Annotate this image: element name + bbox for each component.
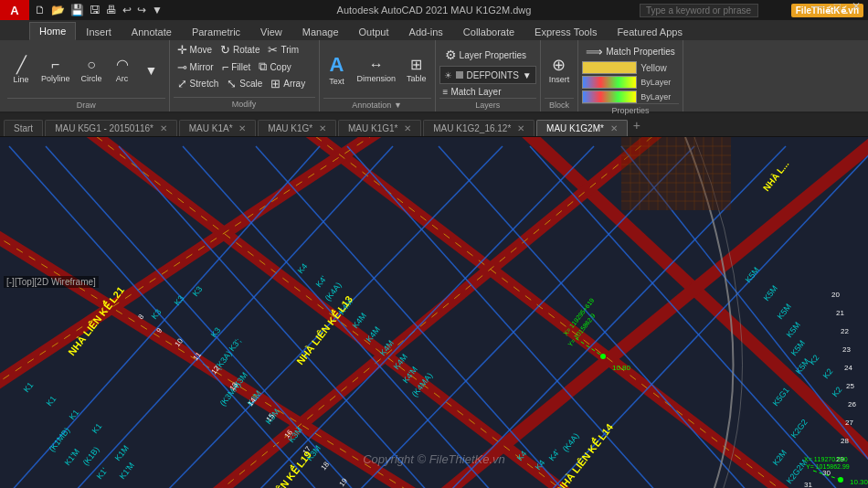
svg-text:25: 25 bbox=[846, 382, 854, 390]
close-btn[interactable]: ✕ bbox=[846, 0, 866, 13]
stretch-icon: ⤢ bbox=[177, 77, 187, 90]
tab-start[interactable]: Start bbox=[4, 120, 43, 136]
tab-mauk5g1[interactable]: MAU K5G1 - 20150116* ✕ bbox=[45, 120, 177, 136]
layer-dropdown-arrow: ▼ bbox=[523, 70, 532, 80]
insert-icon: ⊕ bbox=[552, 57, 566, 73]
search-input[interactable] bbox=[640, 4, 758, 17]
open-btn[interactable]: 📂 bbox=[49, 3, 67, 17]
tab-output[interactable]: Output bbox=[349, 23, 399, 40]
svg-text:27: 27 bbox=[845, 419, 853, 427]
new-btn[interactable]: 🗋 bbox=[33, 3, 48, 17]
layer-color-dot bbox=[456, 71, 463, 79]
tab-featuredapps[interactable]: Featured Apps bbox=[607, 23, 693, 40]
tab-annotate[interactable]: Annotate bbox=[122, 23, 182, 40]
svg-text:30: 30 bbox=[822, 469, 831, 477]
svg-text:31: 31 bbox=[804, 481, 812, 488]
ribbon-panel: ╱ Line ⌐ Polyline ○ Circle ◠ Arc ▼ Draw … bbox=[0, 40, 868, 113]
print-btn[interactable]: 🖶 bbox=[104, 3, 119, 17]
move-btn[interactable]: ✛Move bbox=[174, 42, 216, 58]
tab-addins[interactable]: Add-ins bbox=[399, 23, 453, 40]
match-layer-label: Match Layer bbox=[450, 87, 501, 97]
layer-properties-label: Layer Properties bbox=[460, 50, 526, 60]
close-tab-mauk1g2-16[interactable]: ✕ bbox=[517, 123, 524, 133]
tab-mauk1a[interactable]: MAU K1A* ✕ bbox=[179, 120, 257, 136]
arc-btn[interactable]: ◠ Arc bbox=[109, 55, 136, 86]
match-properties-btn[interactable]: ⟹ Match Properties bbox=[582, 44, 679, 59]
autocad-logo: A bbox=[0, 0, 29, 20]
layer-properties-icon: ⚙ bbox=[445, 48, 457, 62]
linetype1-label: ByLayer bbox=[640, 78, 671, 87]
close-tab-mauk1g[interactable]: ✕ bbox=[319, 123, 326, 133]
svg-text:21: 21 bbox=[836, 309, 844, 317]
saveas-btn[interactable]: 🖫 bbox=[88, 3, 102, 17]
rotate-btn[interactable]: ↻Rotate bbox=[217, 42, 263, 58]
arc-icon: ◠ bbox=[116, 58, 129, 72]
line-btn[interactable]: ╱ Line bbox=[7, 54, 35, 87]
new-tab-btn[interactable]: + bbox=[630, 118, 644, 133]
copy-icon: ⧉ bbox=[259, 59, 267, 74]
block-group: ⊕ Insert Block bbox=[541, 40, 579, 111]
layer-properties-btn[interactable]: ⚙ Layer Properties bbox=[439, 46, 532, 64]
tab-collaborate[interactable]: Collaborate bbox=[453, 23, 524, 40]
mirror-icon: ⊸ bbox=[177, 60, 187, 74]
layer-status-icon: ☀ bbox=[444, 70, 452, 80]
maximize-btn[interactable]: □ bbox=[829, 0, 846, 13]
insert-btn[interactable]: ⊕ Insert bbox=[545, 54, 575, 87]
tab-view[interactable]: View bbox=[250, 23, 292, 40]
linetype1-selector[interactable]: ByLayer bbox=[582, 76, 671, 89]
circle-label: Circle bbox=[81, 74, 102, 83]
draw-expand-btn[interactable]: ▼ bbox=[138, 61, 165, 80]
cad-drawing[interactable]: K3 K3 K3 K3 K3'; (K3A) K3M (K3MA) K3M K3… bbox=[0, 137, 868, 488]
copy-label: Copy bbox=[270, 62, 291, 72]
tab-parametric[interactable]: Parametric bbox=[182, 23, 250, 40]
dimension-btn[interactable]: ↔ Dimension bbox=[353, 55, 401, 86]
workspace-btn[interactable]: ▼ bbox=[150, 3, 164, 17]
close-tab-mauk5g1[interactable]: ✕ bbox=[160, 123, 167, 133]
tab-mauk1g2m[interactable]: MAU K1G2M* ✕ bbox=[536, 120, 628, 136]
modify-group: ✛Move ↻Rotate ✂Trim ⊸Mirror ⌐Fillet ⧉ Co… bbox=[170, 40, 320, 111]
tab-mauk1g[interactable]: MAU K1G* ✕ bbox=[258, 120, 336, 136]
redo-btn[interactable]: ↪ bbox=[135, 3, 148, 17]
title-bar: A 🗋 📂 💾 🖫 🖶 ↩ ↪ ▼ Autodesk AutoCAD 2021 … bbox=[0, 0, 868, 20]
save-btn[interactable]: 💾 bbox=[69, 3, 86, 17]
close-tab-mauk1a[interactable]: ✕ bbox=[238, 123, 246, 133]
block-group-label: Block bbox=[545, 98, 575, 110]
scale-btn[interactable]: ⤡Scale bbox=[223, 76, 266, 91]
close-tab-mauk1g1[interactable]: ✕ bbox=[404, 123, 411, 133]
table-btn[interactable]: ⊞ Table bbox=[402, 55, 431, 86]
match-layer-btn[interactable]: ≡ Match Layer bbox=[439, 86, 505, 98]
tab-mauk1g2-16[interactable]: MAU K1G2_16.12* ✕ bbox=[423, 120, 535, 136]
tab-mauk1g1[interactable]: MAU K1G1* ✕ bbox=[338, 120, 421, 136]
undo-btn[interactable]: ↩ bbox=[121, 3, 133, 17]
linetype2-selector[interactable]: ByLayer bbox=[582, 90, 671, 103]
scale-icon: ⤡ bbox=[227, 77, 237, 90]
color-selector[interactable]: Yellow bbox=[582, 61, 667, 74]
svg-text:Y= 1015862.99: Y= 1015862.99 bbox=[806, 463, 850, 470]
fillet-btn[interactable]: ⌐Fillet bbox=[218, 59, 255, 75]
minimize-btn[interactable]: — bbox=[807, 0, 829, 13]
color-swatch bbox=[582, 61, 637, 74]
trim-btn[interactable]: ✂Trim bbox=[264, 42, 302, 58]
tab-expresstools[interactable]: Express Tools bbox=[524, 23, 607, 40]
svg-text:26: 26 bbox=[848, 400, 856, 408]
copy-btn[interactable]: ⧉ Copy bbox=[255, 58, 294, 75]
mirror-btn[interactable]: ⊸Mirror bbox=[174, 59, 217, 75]
circle-btn[interactable]: ○ Circle bbox=[77, 55, 107, 86]
canvas-area[interactable]: [-][Top][2D Wireframe] bbox=[0, 137, 868, 488]
text-btn[interactable]: A Text bbox=[323, 52, 351, 89]
circle-icon: ○ bbox=[87, 58, 96, 72]
match-properties-label: Match Properties bbox=[606, 47, 675, 57]
svg-point-131 bbox=[838, 477, 843, 483]
tab-insert[interactable]: Insert bbox=[76, 23, 122, 40]
layers-group: ⚙ Layer Properties ☀ DEFPOINTS ▼ ≡ Match… bbox=[436, 40, 541, 111]
properties-group-label: Properties bbox=[582, 103, 679, 115]
close-tab-mauk1g2m[interactable]: ✕ bbox=[610, 123, 618, 133]
array-btn[interactable]: ⊞Array bbox=[267, 76, 309, 91]
stretch-btn[interactable]: ⤢Stretch bbox=[174, 76, 223, 91]
tab-home[interactable]: Home bbox=[29, 22, 76, 40]
tab-manage[interactable]: Manage bbox=[292, 23, 349, 40]
svg-text:24: 24 bbox=[844, 364, 852, 372]
ribbon-tab-bar: Home Insert Annotate Parametric View Man… bbox=[0, 20, 868, 40]
layer-dropdown[interactable]: ☀ DEFPOINTS ▼ bbox=[439, 66, 536, 84]
polyline-btn[interactable]: ⌐ Polyline bbox=[37, 55, 75, 86]
